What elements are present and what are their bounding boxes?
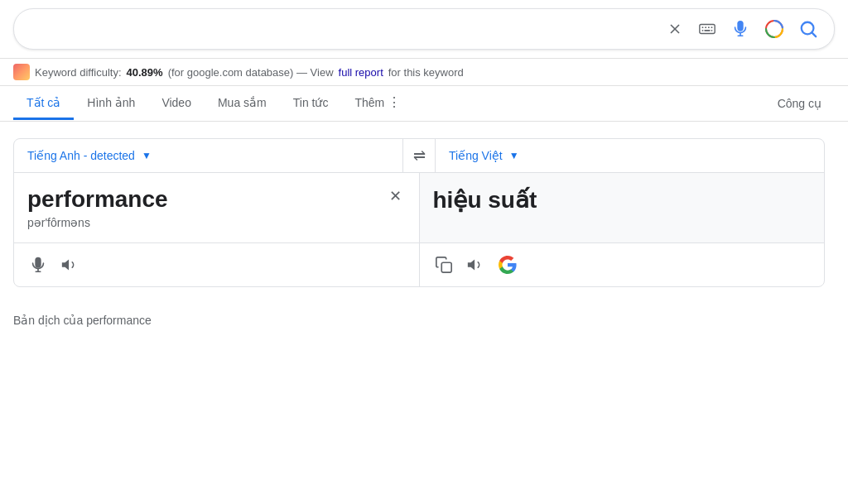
target-speaker-button[interactable] xyxy=(461,251,489,279)
translation-panels: performance pər'fôrməns ✕ hiệu suất xyxy=(14,173,824,242)
source-panel: performance pər'fôrməns ✕ xyxy=(14,173,420,242)
target-panel-actions xyxy=(420,243,825,286)
search-bar: performance nghĩa là gì xyxy=(0,0,848,59)
lens-icon-button[interactable] xyxy=(761,16,788,42)
source-lang-chevron: ▼ xyxy=(142,150,152,161)
lang-selectors: Tiếng Anh - detected ▼ ⇌ Tiếng Việt ▼ xyxy=(14,139,824,173)
source-mic-button[interactable] xyxy=(24,250,52,280)
source-panel-actions xyxy=(14,243,420,286)
source-word: performance xyxy=(27,186,406,213)
source-lang-label: Tiếng Anh - detected xyxy=(27,149,135,162)
keyword-suffix: for this keyword xyxy=(388,66,464,79)
search-input-wrap: performance nghĩa là gì xyxy=(13,8,835,50)
svg-marker-17 xyxy=(62,260,69,271)
translation-bottom-label: Bản dịch của performance xyxy=(0,304,848,337)
tab-news[interactable]: Tin tức xyxy=(280,88,342,120)
target-word: hiệu suất xyxy=(433,186,812,214)
google-translate-button[interactable] xyxy=(493,250,523,280)
keyword-bar: Keyword difficulty: 40.89% (for google.c… xyxy=(0,59,848,86)
search-submit-button[interactable] xyxy=(796,17,821,41)
svg-rect-18 xyxy=(441,262,451,272)
tab-more[interactable]: Thêm ⋮ xyxy=(341,86,414,121)
search-input[interactable]: performance nghĩa là gì xyxy=(27,21,655,38)
svg-line-14 xyxy=(812,32,816,36)
tools-button[interactable]: Công cụ xyxy=(764,89,835,118)
tab-more-label: Thêm xyxy=(354,96,384,109)
mic-icon-button[interactable] xyxy=(728,17,753,41)
svg-rect-2 xyxy=(700,25,715,34)
tab-shopping[interactable]: Mua sắm xyxy=(205,88,280,120)
source-lang-select[interactable]: Tiếng Anh - detected ▼ xyxy=(14,139,402,172)
source-speaker-button[interactable] xyxy=(55,250,84,280)
tab-all[interactable]: Tất cả xyxy=(13,88,74,120)
target-lang-label: Tiếng Việt xyxy=(449,149,503,162)
clear-search-button[interactable] xyxy=(663,17,687,41)
keyboard-icon-button[interactable] xyxy=(695,17,720,41)
translate-widget: Tiếng Anh - detected ▼ ⇌ Tiếng Việt ▼ pe… xyxy=(13,138,825,287)
panel-actions-row xyxy=(14,242,824,286)
tab-images[interactable]: Hình ảnh xyxy=(74,88,148,120)
target-panel: hiệu suất xyxy=(420,173,825,242)
target-lang-select[interactable]: Tiếng Việt ▼ xyxy=(436,139,824,172)
svg-marker-19 xyxy=(467,260,474,271)
keyword-icon xyxy=(13,64,30,80)
tab-video[interactable]: Video xyxy=(148,88,205,120)
keyword-db-note: (for google.com database) — View xyxy=(168,66,334,79)
keyword-difficulty: 40.89% xyxy=(127,66,163,79)
clear-translation-button[interactable]: ✕ xyxy=(384,185,407,208)
source-phonetic: pər'fôrməns xyxy=(27,216,406,229)
more-dots-icon: ⋮ xyxy=(388,94,401,110)
full-report-link[interactable]: full report xyxy=(339,66,383,79)
lang-swap-button[interactable]: ⇌ xyxy=(402,139,436,172)
tabs-bar: Tất cả Hình ảnh Video Mua sắm Tin tức Th… xyxy=(0,86,848,122)
target-lang-chevron: ▼ xyxy=(509,150,519,161)
keyword-label: Keyword difficulty: xyxy=(35,66,122,79)
copy-button[interactable] xyxy=(430,251,458,279)
